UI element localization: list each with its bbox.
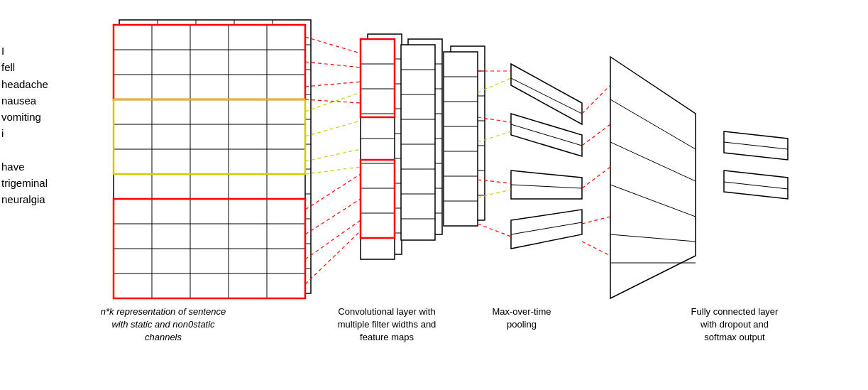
svg-line-109 (305, 92, 361, 112)
svg-rect-15 (114, 25, 305, 298)
svg-line-108 (305, 231, 361, 284)
conv-stack-1 (361, 34, 402, 259)
fc-layer (610, 57, 696, 298)
svg-line-122 (582, 167, 610, 188)
arrows-embed-to-conv-red-top (305, 37, 361, 103)
conv-stack-3 (444, 46, 485, 226)
diagram-container: I fell headache nausea vomiting i have t… (0, 0, 868, 390)
svg-line-101 (305, 37, 361, 53)
svg-line-105 (305, 174, 361, 210)
svg-line-110 (305, 121, 361, 136)
svg-line-120 (582, 85, 610, 114)
svg-line-104 (305, 99, 361, 103)
svg-line-123 (582, 217, 610, 224)
arrows-embed-to-conv-yellow (305, 92, 361, 174)
arrows-pool-to-fc (582, 85, 610, 256)
svg-line-111 (305, 149, 361, 161)
svg-rect-42 (361, 39, 395, 259)
conv-stack-2 (401, 39, 442, 240)
svg-marker-91 (610, 57, 696, 298)
svg-rect-61 (401, 45, 435, 240)
svg-line-103 (305, 82, 361, 87)
svg-marker-98 (724, 170, 788, 199)
svg-line-121 (582, 124, 610, 146)
softmax-output (724, 131, 788, 199)
svg-marker-83 (511, 64, 582, 124)
svg-marker-86 (511, 210, 582, 249)
svg-line-102 (305, 62, 361, 67)
pooling-layer (511, 64, 582, 249)
svg-line-124 (582, 242, 610, 256)
svg-line-107 (305, 220, 361, 259)
svg-rect-76 (444, 52, 478, 226)
svg-marker-85 (511, 170, 582, 199)
arrows-embed-to-conv-red-bot (305, 174, 361, 284)
embedding-matrix-front (114, 25, 305, 298)
svg-line-112 (305, 167, 361, 174)
architecture-svg (0, 0, 868, 390)
svg-line-116 (478, 224, 511, 237)
